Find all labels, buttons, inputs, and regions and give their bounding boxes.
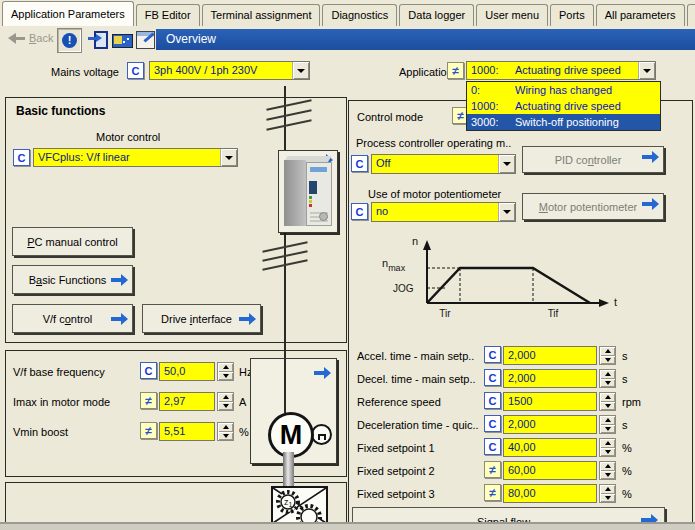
spinner-control[interactable] — [599, 461, 616, 480]
encoder-symbol-icon — [311, 424, 332, 445]
param-flag-icon[interactable]: C — [351, 155, 368, 172]
param-flag-icon[interactable]: ≠ — [447, 62, 464, 79]
arrow-right-icon — [642, 151, 659, 163]
param-flag-icon[interactable]: ≠ — [484, 484, 501, 501]
param-flag-icon[interactable]: C — [484, 369, 501, 386]
param-flag-icon[interactable]: C — [484, 346, 501, 363]
tab-user-menu[interactable]: User menu — [476, 4, 548, 26]
tab-data-logger[interactable]: Data logger — [399, 4, 474, 26]
back-button[interactable]: Back — [8, 32, 53, 44]
overview-title: Overview — [166, 32, 216, 46]
spinner-control[interactable] — [599, 346, 616, 365]
vmin-boost-input[interactable]: 5,51 — [159, 422, 234, 441]
option-actuating-drive-speed[interactable]: 1000:Actuating drive speed — [467, 98, 660, 114]
dropdown-arrow-icon[interactable] — [292, 62, 309, 79]
option-wiring-changed[interactable]: 0:Wiring has changed — [467, 82, 660, 98]
option-switch-off-positioning[interactable]: 3000:Switch-off positioning — [467, 114, 660, 130]
tab-diagnostics[interactable]: Diagnostics — [322, 4, 397, 26]
enter-arrow-icon — [88, 37, 96, 40]
pc-manual-control-button[interactable]: PC manual control — [12, 227, 133, 256]
param-label: Fixed setpoint 1 — [357, 442, 435, 454]
fixed-setpoint-2-input[interactable]: 60,00 — [503, 461, 616, 480]
param-flag-icon[interactable]: C — [484, 438, 501, 455]
toolbar: Back ! Overview — [0, 26, 695, 54]
spinner-control[interactable] — [217, 362, 234, 381]
basic-functions-button[interactable]: Basic Functions — [12, 265, 133, 294]
param-flag-icon[interactable]: ≠ — [140, 392, 157, 409]
properties-button[interactable] — [136, 30, 158, 50]
fixed-setpoint-3-input[interactable]: 80,00 — [503, 484, 616, 503]
param-flag-icon[interactable]: C — [484, 415, 501, 432]
drive-device-button[interactable] — [278, 150, 338, 233]
field-value[interactable]: 5,51 — [159, 422, 215, 441]
field-value[interactable]: 2,000 — [503, 415, 597, 434]
spinner-control[interactable] — [217, 392, 234, 411]
mains-voltage-label: Mains voltage — [51, 66, 119, 78]
field-value[interactable]: 2,97 — [159, 392, 215, 411]
param-flag-icon[interactable]: C — [13, 149, 30, 166]
param-flag-icon[interactable]: ≠ — [140, 422, 157, 439]
dropdown-arrow-icon[interactable] — [498, 155, 515, 173]
tab-terminal-assignment[interactable]: Terminal assignment — [202, 4, 321, 26]
vf-control-button[interactable]: V/f control — [12, 304, 133, 333]
motor-wire — [284, 233, 286, 360]
motor-button[interactable]: M — [250, 358, 337, 464]
param-label: Deceleration time - quic.. — [357, 419, 479, 431]
quick-stop-decel-input[interactable]: 2,000 — [503, 415, 616, 434]
spinner-control[interactable] — [599, 392, 616, 411]
svg-text:t: t — [614, 296, 617, 308]
dropdown-arrow-icon[interactable] — [220, 149, 237, 166]
field-value[interactable]: 80,00 — [503, 484, 597, 503]
param-flag-icon[interactable]: C — [484, 392, 501, 409]
application-select[interactable]: 1000:Actuating drive speed — [466, 61, 656, 80]
mains-voltage-select[interactable]: 3ph 400V / 1ph 230V — [149, 61, 310, 80]
arrow-right-icon — [111, 313, 128, 325]
motor-control-select[interactable]: VFCplus: V/f linear — [33, 148, 238, 167]
vf-base-frequency-input[interactable]: 50,0 — [159, 362, 234, 381]
motor-potentiometer-button[interactable]: Motor potentiometer — [522, 193, 664, 220]
keypad-button[interactable] — [112, 30, 134, 50]
dropdown-arrow-icon[interactable] — [638, 62, 655, 79]
tab-ports[interactable]: Ports — [550, 4, 594, 26]
unit-label: % — [622, 465, 632, 477]
drive-interface-button[interactable]: Drive interface — [142, 304, 261, 333]
goto-dialog-button[interactable] — [88, 30, 110, 50]
motor-control-value: VFCplus: V/f linear — [34, 149, 220, 166]
process-controller-select[interactable]: Off — [371, 154, 516, 174]
back-arrow-icon — [8, 33, 25, 44]
spinner-control[interactable] — [599, 438, 616, 457]
tab-all-parameters[interactable]: All parameters — [596, 4, 685, 26]
tab-fb-editor[interactable]: FB Editor — [136, 4, 200, 26]
param-label: Fixed setpoint 2 — [357, 465, 435, 477]
spinner-control[interactable] — [599, 415, 616, 434]
reference-speed-input[interactable]: 1500 — [503, 392, 616, 411]
tab-bar: Application Parameters FB Editor Termina… — [0, 0, 695, 26]
dropdown-arrow-icon[interactable] — [498, 203, 515, 221]
param-label: Fixed setpoint 3 — [357, 488, 435, 500]
field-value[interactable]: 60,00 — [503, 461, 597, 480]
fixed-setpoint-1-input[interactable]: 40,00 — [503, 438, 616, 457]
tab-application-parameters[interactable]: Application Parameters — [2, 1, 134, 26]
param-flag-icon[interactable]: ≠ — [484, 461, 501, 478]
field-value[interactable]: 2,000 — [503, 369, 597, 388]
button-label: V/f control — [43, 313, 93, 325]
spinner-control[interactable] — [217, 422, 234, 441]
tab-properties[interactable]: Properties — [687, 4, 695, 26]
accel-time-input[interactable]: 2,000 — [503, 346, 616, 365]
param-flag-icon[interactable]: C — [140, 362, 157, 379]
imax-motor-mode-input[interactable]: 2,97 — [159, 392, 234, 411]
pid-controller-button[interactable]: PID controller — [522, 146, 664, 173]
field-value[interactable]: 1500 — [503, 392, 597, 411]
device-detail-button[interactable]: ! — [57, 28, 82, 53]
svg-text:n: n — [412, 235, 418, 247]
param-flag-icon[interactable]: C — [351, 203, 368, 220]
motor-potentiometer-select[interactable]: no — [371, 202, 516, 222]
field-value[interactable]: 40,00 — [503, 438, 597, 457]
spinner-control[interactable] — [599, 369, 616, 388]
spinner-control[interactable] — [599, 484, 616, 503]
button-label: PC manual control — [27, 236, 118, 248]
field-value[interactable]: 50,0 — [159, 362, 215, 381]
decel-time-input[interactable]: 2,000 — [503, 369, 616, 388]
field-value[interactable]: 2,000 — [503, 346, 597, 365]
param-flag-icon[interactable]: C — [127, 62, 144, 79]
